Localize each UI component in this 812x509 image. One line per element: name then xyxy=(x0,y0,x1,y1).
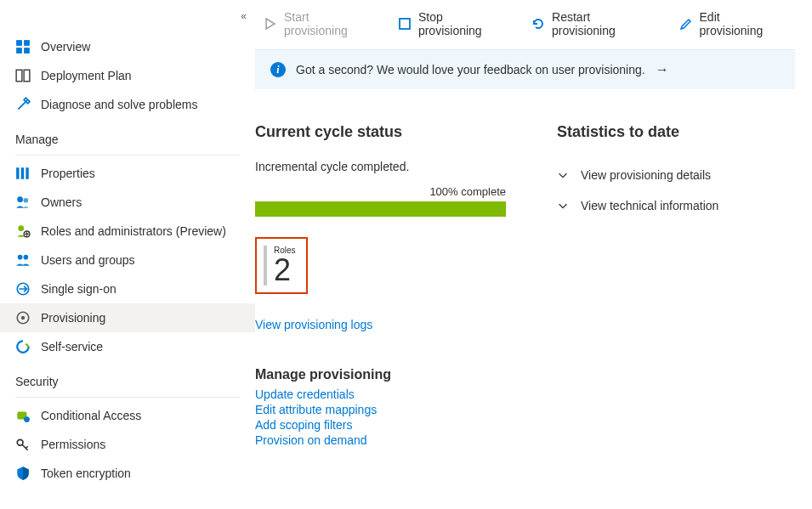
view-technical-information-toggle[interactable]: View technical information xyxy=(557,190,795,221)
sidebar-item-label: Token encryption xyxy=(41,467,131,480)
chevron-down-icon xyxy=(557,200,569,212)
svg-point-20 xyxy=(24,416,30,422)
edit-attribute-mappings-link[interactable]: Edit attribute mappings xyxy=(255,403,506,416)
stat-item-label: View technical information xyxy=(581,199,718,212)
roles-card[interactable]: Roles 2 xyxy=(255,237,308,294)
conditional-access-icon xyxy=(15,408,31,423)
edit-provisioning-button[interactable]: Edit provisioning xyxy=(671,7,795,41)
sidebar-item-label: Permissions xyxy=(41,438,105,451)
sidebar-item-roles[interactable]: Roles and administrators (Preview) xyxy=(0,217,255,246)
sidebar-item-label: Owners xyxy=(41,195,82,209)
start-provisioning-button: Start provisioning xyxy=(255,7,384,41)
sidebar-item-users-groups[interactable]: Users and groups xyxy=(0,246,255,274)
self-service-icon xyxy=(15,339,31,354)
toolbar: Start provisioning Stop provisioning Res… xyxy=(255,0,795,50)
view-provisioning-details-toggle[interactable]: View provisioning details xyxy=(557,160,795,190)
main-content: Start provisioning Stop provisioning Res… xyxy=(255,0,812,509)
shield-icon xyxy=(15,466,31,481)
provision-on-demand-link[interactable]: Provision on demand xyxy=(255,433,506,447)
sidebar-item-label: Provisioning xyxy=(41,311,105,325)
arrow-right-icon: → xyxy=(656,62,669,77)
info-icon: i xyxy=(270,62,286,77)
svg-rect-2 xyxy=(16,48,22,54)
restart-icon xyxy=(531,17,545,31)
statistics-heading: Statistics to date xyxy=(557,123,795,141)
users-groups-icon xyxy=(15,252,31,268)
svg-rect-1 xyxy=(24,40,30,46)
overview-icon xyxy=(15,39,31,54)
sidebar-item-diagnose[interactable]: Diagnose and solve problems xyxy=(0,90,255,119)
sidebar-item-permissions[interactable]: Permissions xyxy=(0,430,255,459)
toolbar-label: Start provisioning xyxy=(284,10,376,37)
svg-point-9 xyxy=(17,196,23,202)
section-header-manage: Manage xyxy=(0,119,255,151)
sidebar-item-label: Properties xyxy=(41,167,95,180)
roles-icon xyxy=(15,223,31,239)
toolbar-label: Edit provisioning xyxy=(700,10,786,37)
svg-point-10 xyxy=(24,198,29,203)
owners-icon xyxy=(15,195,31,210)
svg-point-13 xyxy=(18,255,23,260)
view-provisioning-logs-link[interactable]: View provisioning logs xyxy=(255,318,372,331)
sidebar-item-owners[interactable]: Owners xyxy=(0,188,255,217)
svg-rect-5 xyxy=(24,70,30,82)
svg-rect-4 xyxy=(16,70,22,82)
svg-point-17 xyxy=(21,316,26,320)
roles-count: 2 xyxy=(274,255,296,286)
cycle-status-heading: Current cycle status xyxy=(255,123,506,141)
sidebar-item-label: Self-service xyxy=(41,340,103,353)
sso-icon xyxy=(15,281,31,297)
collapse-sidebar-icon[interactable]: « xyxy=(241,10,247,22)
sidebar-item-self-service[interactable]: Self-service xyxy=(0,332,255,361)
svg-rect-22 xyxy=(400,19,410,29)
update-credentials-link[interactable]: Update credentials xyxy=(255,387,506,401)
add-scoping-filters-link[interactable]: Add scoping filters xyxy=(255,418,506,432)
pencil-icon xyxy=(679,17,693,31)
cycle-status-text: Incremental cycle completed. xyxy=(255,160,506,173)
sidebar-item-conditional-access[interactable]: Conditional Access xyxy=(0,401,255,430)
toolbar-label: Stop provisioning xyxy=(418,10,509,37)
stop-provisioning-button[interactable]: Stop provisioning xyxy=(389,7,518,41)
svg-point-11 xyxy=(18,225,24,231)
permissions-icon xyxy=(15,437,31,452)
sidebar-item-properties[interactable]: Properties xyxy=(0,159,255,188)
svg-rect-8 xyxy=(26,167,28,179)
sidebar-item-overview[interactable]: Overview xyxy=(0,32,255,61)
toolbar-label: Restart provisioning xyxy=(552,10,656,37)
svg-rect-7 xyxy=(21,167,24,179)
sidebar: « Overview Deployment Plan Diagnose and … xyxy=(0,0,255,509)
book-icon xyxy=(15,68,31,83)
wrench-icon xyxy=(15,97,31,112)
divider xyxy=(15,397,240,398)
sidebar-item-label: Deployment Plan xyxy=(41,69,132,82)
sidebar-item-sso[interactable]: Single sign-on xyxy=(0,274,255,303)
banner-text: Got a second? We would love your feedbac… xyxy=(296,63,645,76)
manage-provisioning-heading: Manage provisioning xyxy=(255,367,506,382)
section-header-security: Security xyxy=(0,361,255,393)
sidebar-item-label: Roles and administrators (Preview) xyxy=(41,224,226,238)
restart-provisioning-button[interactable]: Restart provisioning xyxy=(523,7,665,41)
chevron-down-icon xyxy=(557,169,569,181)
provisioning-icon xyxy=(15,310,31,325)
svg-point-18 xyxy=(17,341,29,353)
sidebar-item-label: Overview xyxy=(41,40,90,54)
sidebar-item-label: Users and groups xyxy=(41,253,135,267)
svg-rect-0 xyxy=(16,40,22,46)
sidebar-item-provisioning[interactable]: Provisioning xyxy=(0,303,255,332)
stop-icon xyxy=(398,17,412,31)
svg-rect-6 xyxy=(16,167,19,179)
svg-rect-3 xyxy=(24,48,30,54)
properties-icon xyxy=(15,166,31,181)
sidebar-item-label: Conditional Access xyxy=(41,409,141,422)
play-icon xyxy=(264,17,277,31)
progress-label: 100% complete xyxy=(255,185,506,198)
divider xyxy=(15,155,240,156)
svg-point-14 xyxy=(24,255,29,260)
sidebar-item-token-encryption[interactable]: Token encryption xyxy=(0,459,255,488)
stat-item-label: View provisioning details xyxy=(581,168,711,182)
sidebar-item-label: Diagnose and solve problems xyxy=(41,98,197,111)
sidebar-item-deployment-plan[interactable]: Deployment Plan xyxy=(0,61,255,90)
progress-bar xyxy=(255,201,506,217)
sidebar-item-label: Single sign-on xyxy=(41,282,116,296)
feedback-banner[interactable]: i Got a second? We would love your feedb… xyxy=(255,50,795,89)
